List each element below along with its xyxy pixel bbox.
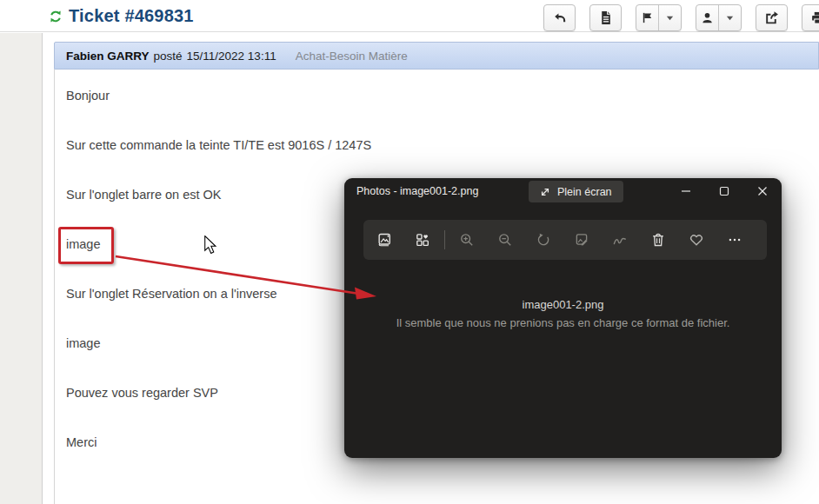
favorite-icon[interactable] bbox=[677, 220, 716, 260]
left-gutter bbox=[0, 33, 43, 504]
fullscreen-icon bbox=[540, 187, 550, 197]
message-header: Fabien GARRY posté 15/11/2022 13:11 Acha… bbox=[54, 42, 819, 70]
zoom-out-icon[interactable] bbox=[486, 220, 524, 260]
ticket-header-bar: Ticket #469831 bbox=[0, 0, 819, 32]
photos-window: Photos - image001-2.png Plein écran bbox=[344, 178, 782, 458]
screenshot-root: image001.jpg - Ce type de fichier n'est … bbox=[0, 0, 819, 504]
message-topic: Achat-Besoin Matière bbox=[296, 50, 408, 63]
message-paragraph: Sur cette commande la teinte TI/TE est 9… bbox=[66, 137, 810, 154]
fullscreen-button[interactable]: Plein écran bbox=[529, 181, 623, 202]
fullscreen-label: Plein écran bbox=[557, 186, 612, 198]
toolbar-divider bbox=[444, 230, 445, 249]
zoom-in-icon[interactable] bbox=[448, 220, 486, 260]
assignee-split-button bbox=[696, 4, 742, 31]
message-posted-label: posté bbox=[154, 50, 183, 63]
ticket-title-group: Ticket #469831 bbox=[49, 6, 194, 26]
flag-split-button bbox=[636, 4, 682, 31]
ticket-toolbar bbox=[543, 4, 819, 31]
collections-icon[interactable] bbox=[403, 220, 442, 260]
reply-button[interactable] bbox=[543, 4, 576, 31]
page-title: Ticket #469831 bbox=[69, 6, 194, 26]
print-button[interactable] bbox=[802, 4, 819, 31]
close-button[interactable] bbox=[743, 178, 782, 204]
rotate-icon[interactable] bbox=[524, 220, 563, 260]
flag-dropdown-button[interactable] bbox=[658, 5, 681, 30]
window-controls bbox=[667, 178, 782, 204]
share-button[interactable] bbox=[756, 4, 788, 31]
assignee-dropdown-button[interactable] bbox=[718, 5, 741, 30]
photos-titlebar[interactable]: Photos - image001-2.png Plein écran bbox=[344, 178, 782, 204]
message-paragraph: Bonjour bbox=[66, 88, 810, 104]
maximize-button[interactable] bbox=[705, 178, 743, 204]
annotation-highlight-box bbox=[58, 227, 114, 264]
message-author: Fabien GARRY bbox=[66, 50, 150, 63]
more-icon[interactable] bbox=[716, 220, 754, 260]
message-timestamp: 15/11/2022 13:11 bbox=[187, 50, 276, 63]
flag-button[interactable] bbox=[636, 5, 658, 30]
edit-image-icon[interactable] bbox=[563, 220, 601, 260]
draw-icon[interactable] bbox=[601, 220, 639, 260]
document-button[interactable] bbox=[589, 4, 622, 31]
photos-filename: image001-2.png bbox=[344, 298, 782, 311]
delete-icon[interactable] bbox=[639, 220, 677, 260]
assignee-button[interactable] bbox=[696, 5, 718, 30]
refresh-icon[interactable] bbox=[49, 10, 63, 23]
photos-window-title: Photos - image001-2.png bbox=[356, 178, 478, 205]
minimize-button[interactable] bbox=[667, 178, 705, 204]
photos-toolbar bbox=[363, 220, 767, 260]
photos-error-message: Il semble que nous ne prenions pas en ch… bbox=[344, 316, 782, 329]
photos-content: image001-2.png Il semble que nous ne pre… bbox=[344, 298, 782, 329]
image-view-icon[interactable] bbox=[365, 220, 403, 260]
